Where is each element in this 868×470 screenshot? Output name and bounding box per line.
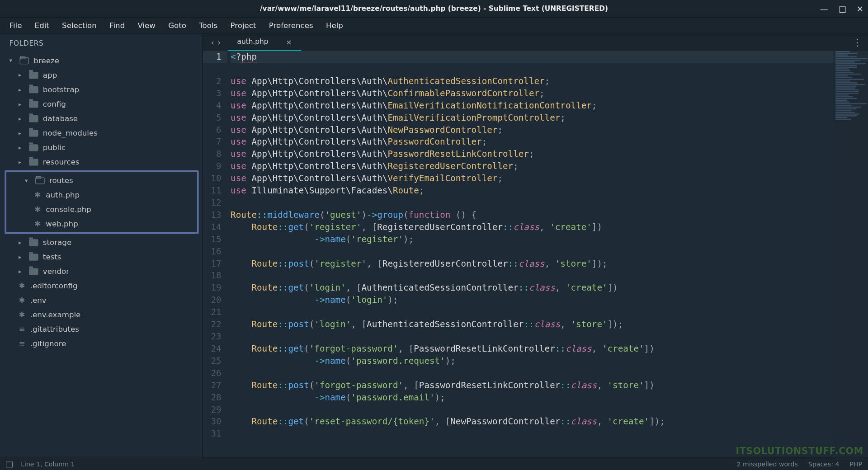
tree-folder[interactable]: ▸config <box>0 97 202 111</box>
tree-folder[interactable]: ▸database <box>0 111 202 126</box>
folder-icon <box>29 144 38 151</box>
tree-label: database <box>43 114 78 122</box>
tree-label: auth.php <box>46 191 80 199</box>
menu-preferences[interactable]: Preferences <box>263 19 319 32</box>
tree-label: node_modules <box>43 129 98 137</box>
status-spaces[interactable]: Spaces: 4 <box>808 461 840 468</box>
tree-label: .env.example <box>30 310 81 319</box>
close-icon[interactable]: ✕ <box>857 4 863 13</box>
chevron-right-icon: ▸ <box>19 115 24 122</box>
tree-label: config <box>43 99 66 108</box>
tree-file[interactable]: ✱auth.php <box>6 188 197 202</box>
folders-header: FOLDERS <box>0 33 202 53</box>
menu-selection[interactable]: Selection <box>56 19 102 32</box>
routes-highlight: ▾ routes ✱auth.php✱console.php✱web.php <box>5 170 198 234</box>
tree-root[interactable]: ▾ breeze <box>0 53 202 68</box>
tree-file[interactable]: ✱web.php <box>6 216 197 231</box>
minimize-icon[interactable]: — <box>820 4 828 13</box>
file-icon: ✱ <box>19 310 25 319</box>
tree-folder-routes[interactable]: ▾ routes <box>6 173 197 188</box>
tree-file[interactable]: ≡.gitattributes <box>0 322 202 337</box>
chevron-right-icon: ▸ <box>19 144 24 150</box>
status-spell[interactable]: 2 misspelled words <box>737 461 798 468</box>
main-area: FOLDERS ▾ breeze ▸app▸bootstrap▸config▸d… <box>0 33 868 457</box>
tree-file[interactable]: ✱.env.example <box>0 308 202 322</box>
tree-folder[interactable]: ▸storage <box>0 235 202 249</box>
more-menu-icon[interactable]: ⋮ <box>853 37 863 48</box>
chevron-right-icon: ▸ <box>19 159 24 165</box>
tabbar: ‹ › auth.php × ⋮ <box>203 33 868 51</box>
tree-root-label: breeze <box>33 56 59 65</box>
status-lang[interactable]: PHP <box>850 461 863 468</box>
chevron-right-icon: ▸ <box>19 239 24 245</box>
file-icon: ≡ <box>19 339 25 348</box>
menu-help[interactable]: Help <box>320 19 349 32</box>
file-icon: ✱ <box>19 296 25 305</box>
minimap[interactable] <box>833 51 868 458</box>
folder-icon <box>29 100 38 107</box>
tab-auth-php[interactable]: auth.php × <box>228 34 302 51</box>
folder-icon <box>29 159 38 165</box>
tab-close-icon[interactable]: × <box>286 38 292 46</box>
tree-folder[interactable]: ▸app <box>0 68 202 82</box>
tree-folder[interactable]: ▸public <box>0 140 202 155</box>
editor-area: ‹ › auth.php × ⋮ 1 2 3 4 5 6 7 8 9 10 11… <box>203 33 868 457</box>
tree-label: console.php <box>46 205 91 214</box>
tree-file[interactable]: ✱.env <box>0 293 202 308</box>
file-icon: ≡ <box>19 325 25 334</box>
tree-file[interactable]: ✱console.php <box>6 202 197 216</box>
menu-goto[interactable]: Goto <box>162 19 192 32</box>
tree-label: .editorconfig <box>30 282 78 290</box>
nav-forward-icon[interactable]: › <box>217 38 221 47</box>
tree-label: storage <box>43 238 71 247</box>
tree-label: resources <box>43 158 80 166</box>
window-controls: — □ ✕ <box>820 4 863 13</box>
tree-file[interactable]: ≡.gitignore <box>0 337 202 351</box>
maximize-icon[interactable]: □ <box>839 4 846 13</box>
folder-icon <box>20 57 29 64</box>
menu-edit[interactable]: Edit <box>29 19 55 32</box>
chevron-right-icon: ▸ <box>19 254 24 260</box>
statusbar: Line 1, Column 1 2 misspelled words Spac… <box>0 458 868 470</box>
menu-tools[interactable]: Tools <box>193 19 223 32</box>
chevron-down-icon: ▾ <box>9 57 15 64</box>
tree-folder[interactable]: ▸vendor <box>0 264 202 278</box>
tree-folder[interactable]: ▸resources <box>0 155 202 169</box>
folder-icon <box>29 86 38 93</box>
tree-folder[interactable]: ▸bootstrap <box>0 82 202 97</box>
file-icon: ✱ <box>19 282 25 290</box>
file-icon: ✱ <box>34 191 41 199</box>
tree-label: tests <box>43 253 61 261</box>
titlebar: /var/www/me/laravel11/breeze/routes/auth… <box>0 0 868 17</box>
folder-icon <box>29 268 38 275</box>
chevron-right-icon: ▸ <box>19 72 24 78</box>
menu-project[interactable]: Project <box>225 19 262 32</box>
chevron-down-icon: ▾ <box>25 177 31 183</box>
tree-label: routes <box>49 176 73 185</box>
status-right: 2 misspelled words Spaces: 4 PHP <box>737 461 863 468</box>
panel-toggle-icon[interactable] <box>6 461 13 467</box>
code-content[interactable]: <?php use App\Http\Controllers\Auth\Auth… <box>227 51 868 458</box>
tree-folder[interactable]: ▸tests <box>0 249 202 264</box>
watermark: ITSOLUTIONSTUFF.COM <box>736 446 863 456</box>
menu-find[interactable]: Find <box>104 19 131 32</box>
folder-icon <box>29 239 38 246</box>
window-title: /var/www/me/laravel11/breeze/routes/auth… <box>260 5 608 13</box>
tree-file[interactable]: ✱.editorconfig <box>0 278 202 293</box>
tree-label: app <box>43 70 57 79</box>
menu-view[interactable]: View <box>132 19 161 32</box>
nav-back-icon[interactable]: ‹ <box>211 38 214 47</box>
menubar: File Edit Selection Find View Goto Tools… <box>0 17 868 33</box>
tree-folder[interactable]: ▸node_modules <box>0 126 202 140</box>
folder-icon <box>29 115 38 122</box>
tree-label: public <box>43 143 66 152</box>
menu-file[interactable]: File <box>4 19 28 32</box>
tree-label: .env <box>30 296 47 305</box>
tree-label: .gitignore <box>30 339 66 348</box>
chevron-right-icon: ▸ <box>19 101 24 107</box>
status-line-col[interactable]: Line 1, Column 1 <box>21 461 75 468</box>
sidebar: FOLDERS ▾ breeze ▸app▸bootstrap▸config▸d… <box>0 33 203 457</box>
code-editor[interactable]: 1 2 3 4 5 6 7 8 9 10 11 12 13 14 15 16 1… <box>203 51 868 458</box>
line-gutter: 1 2 3 4 5 6 7 8 9 10 11 12 13 14 15 16 1… <box>203 51 227 458</box>
tree-label: vendor <box>43 267 69 276</box>
